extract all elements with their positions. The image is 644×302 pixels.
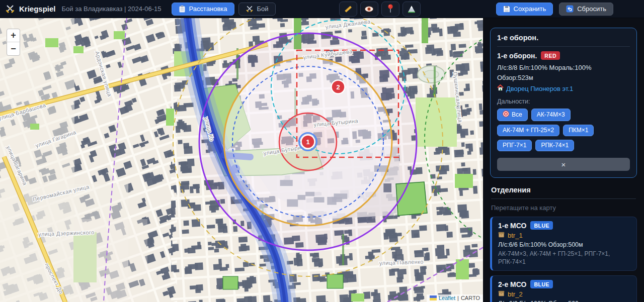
zoom-in-button[interactable]: + [7, 29, 20, 42]
pin-icon [387, 4, 394, 14]
box-icon [498, 231, 505, 240]
squad-card[interactable]: 1-е МСОBLUEbtr_1Л/с:6/6 Б/п:100% Обзор:5… [490, 217, 637, 271]
squads-hint: Перетащите на карту [491, 204, 636, 212]
unit-info-panel: 1-е оборон. 1-е оборон. RED Л/с:8/8 Б/п:… [490, 28, 637, 178]
save-button[interactable]: Сохранить [496, 3, 553, 16]
map-zoom-control: + − [7, 29, 20, 56]
squads-heading: Отделения [491, 186, 636, 199]
range-button-label: АК-74М×3 [537, 111, 565, 118]
vehicle-label: btr_1 [508, 232, 523, 239]
panel-title: 1-е оборон. [497, 34, 630, 42]
header-actions: Сохранить Сбросить [496, 3, 613, 16]
zoom-out-button[interactable]: − [7, 42, 20, 55]
vehicle-label: btr_2 [508, 290, 523, 298]
squad-card[interactable]: 2-е МСОBLUEbtr_2Л/с:6/6 Б/п:100% Обзор:5… [490, 275, 637, 302]
squad-card-list: 1-е МСОBLUEbtr_1Л/с:6/6 Б/п:100% Обзор:5… [490, 217, 637, 302]
unit-marker[interactable]: 1 [299, 133, 317, 151]
range-button-label: АК-74М + ГП-25×2 [503, 127, 554, 134]
squad-stats: Л/с:6/6 Б/п:100% Обзор:500м [498, 241, 630, 248]
attribution-separator: | [457, 295, 459, 301]
range-button-label: Все [512, 111, 522, 118]
reset-button-label: Сбросить [577, 5, 606, 13]
svg-text:2: 2 [336, 83, 340, 91]
mountain-icon [407, 5, 416, 13]
sidebar: 1-е оборон. 1-е оборон. RED Л/с:8/8 Б/п:… [483, 18, 644, 302]
save-icon [503, 6, 510, 13]
battle-swords-icon [246, 5, 254, 13]
unit-stats: Л/с:8/8 Б/п:100% Мораль:100% [497, 63, 630, 73]
range-button[interactable]: Все [497, 109, 528, 121]
top-bar: Kriegspiel Бой за Владикавказ | 2024-06-… [0, 0, 644, 18]
target-icon [503, 111, 509, 119]
house-icon [497, 84, 504, 93]
ukraine-flag-icon [430, 295, 437, 300]
battle-subtitle: Бой за Владикавказ | 2024-06-15 [62, 5, 162, 13]
side-badge: RED [541, 51, 560, 60]
pin-tool-button[interactable] [381, 2, 399, 17]
range-button[interactable]: РПГ-7×1 [497, 140, 532, 151]
box-icon [498, 289, 505, 298]
svg-text:1: 1 [306, 138, 309, 146]
ruler-tool-button[interactable] [339, 2, 357, 17]
range-button[interactable]: АК-74М + ГП-25×2 [497, 125, 559, 136]
range-button[interactable]: ПКМ×1 [563, 125, 594, 136]
map-tiles[interactable]: улица Барбашоваулица Гагаринаулица Гагар… [0, 18, 483, 302]
map-canvas[interactable]: улица Барбашоваулица Гагаринаулица Гагар… [0, 18, 483, 302]
battle-button[interactable]: Бой [238, 3, 276, 16]
terrain-tool-button[interactable] [403, 2, 421, 17]
app-brand: Kriegspiel Бой за Владикавказ | 2024-06-… [5, 4, 162, 14]
ranges-label: Дальности: [497, 98, 630, 105]
range-button-label: РПГ-7×1 [503, 142, 526, 149]
range-button-label: ПКМ×1 [569, 127, 588, 134]
squad-name: 2-е МСО [498, 280, 526, 288]
range-button[interactable]: РПК-74×1 [535, 140, 574, 151]
unit-vision: Обзор:523м [497, 73, 630, 83]
carto-label: CARTO [461, 295, 480, 301]
reset-icon [566, 5, 574, 13]
setup-button[interactable]: Расстановка [172, 3, 234, 16]
side-badge: BLUE [530, 221, 553, 230]
app-title: Kriegspiel [19, 5, 56, 13]
reset-button[interactable]: Сбросить [559, 3, 613, 16]
setup-button-label: Расстановка [189, 5, 227, 13]
save-button-label: Сохранить [514, 5, 546, 13]
close-panel-button[interactable]: × [497, 158, 630, 171]
crossed-swords-icon [5, 4, 15, 14]
unit-marker[interactable]: 2 [332, 80, 345, 94]
unit-name: 1-е оборон. [497, 52, 537, 60]
squad-weapons: АК-74М×3, АК-74М + ГП-25×1, РПГ-7×1, РПК… [498, 250, 630, 266]
ruler-icon [344, 5, 353, 14]
range-button[interactable]: АК-74М×3 [531, 109, 571, 121]
visibility-tool-button[interactable] [360, 2, 378, 17]
eye-icon [364, 6, 374, 13]
map-tools [339, 2, 421, 17]
side-badge: BLUE [530, 280, 553, 288]
unit-location-link[interactable]: Дворец Пионеров эт.1 [506, 85, 573, 92]
leaflet-link[interactable]: Leaflet [439, 295, 455, 301]
panel-divider [497, 46, 630, 47]
range-button-label: РПК-74×1 [541, 142, 569, 149]
range-buttons: ВсеАК-74М×3АК-74М + ГП-25×2ПКМ×1РПГ-7×1Р… [497, 109, 630, 151]
squad-stats: Л/с:6/6 Б/п:100% Обзор:500м [498, 300, 630, 302]
squad-name: 1-е МСО [498, 222, 526, 230]
clipboard-icon [179, 5, 186, 13]
battle-button-label: Бой [257, 5, 269, 13]
map-attribution: Leaflet | CARTO [427, 294, 483, 302]
